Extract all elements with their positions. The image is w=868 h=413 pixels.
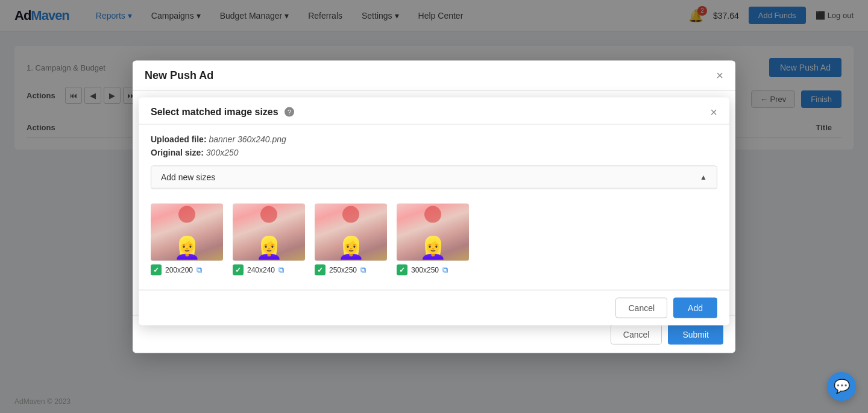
- image-meta-0: 200x200 ⧉: [151, 264, 202, 275]
- inner-modal-header: Select matched image sizes ? ×: [139, 97, 729, 124]
- thumb-photo-1: [233, 203, 305, 260]
- uploaded-file-info: Uploaded file: banner 360x240.png: [151, 134, 717, 143]
- inner-modal-add-button[interactable]: Add: [673, 297, 717, 318]
- image-thumb-0: [151, 203, 223, 260]
- image-card-1: 240x240 ⧉: [233, 203, 305, 275]
- image-thumb-1: [233, 203, 305, 260]
- image-meta-2: 250x250 ⧉: [315, 264, 366, 275]
- chat-widget-button[interactable]: 💬: [827, 372, 856, 401]
- inner-modal-close-button[interactable]: ×: [710, 106, 717, 118]
- inner-modal-body: Uploaded file: banner 360x240.png Origin…: [139, 124, 729, 289]
- inner-modal-title-row: Select matched image sizes ?: [151, 106, 294, 117]
- outer-modal-title: New Push Ad: [145, 69, 213, 81]
- help-icon[interactable]: ?: [285, 107, 294, 117]
- image-checkbox-3[interactable]: [397, 264, 407, 275]
- image-size-label-1: 240x240: [247, 265, 275, 274]
- image-card-3: 300x250 ⧉: [397, 203, 469, 275]
- thumb-photo-2: [315, 203, 387, 260]
- add-new-sizes-toggle[interactable]: Add new sizes ▲: [151, 166, 717, 188]
- inner-modal: Select matched image sizes ? × Uploaded …: [139, 97, 729, 325]
- outer-modal-cancel-button[interactable]: Cancel: [611, 324, 662, 344]
- original-size-info: Original size: 300x250: [151, 147, 717, 157]
- outer-modal-close-button[interactable]: ×: [716, 69, 723, 81]
- image-checkbox-2[interactable]: [315, 264, 326, 275]
- add-new-sizes-section: Add new sizes ▲: [151, 165, 717, 189]
- outer-modal-header: New Push Ad ×: [133, 60, 735, 90]
- external-link-icon-1[interactable]: ⧉: [278, 265, 284, 274]
- image-checkbox-0[interactable]: [151, 264, 162, 275]
- image-meta-1: 240x240 ⧉: [233, 264, 284, 275]
- inner-modal-footer: Cancel Add: [139, 289, 729, 325]
- external-link-icon-2[interactable]: ⧉: [360, 265, 366, 274]
- image-size-label-0: 200x200: [165, 265, 193, 274]
- image-grid: 200x200 ⧉ 240x240 ⧉: [151, 198, 717, 280]
- image-thumb-3: [397, 203, 469, 260]
- image-card-2: 250x250 ⧉: [315, 203, 387, 275]
- chevron-up-icon: ▲: [700, 172, 707, 181]
- image-size-label-3: 300x250: [411, 265, 439, 274]
- image-meta-3: 300x250 ⧉: [397, 264, 448, 275]
- inner-modal-title: Select matched image sizes: [151, 106, 278, 116]
- thumb-photo-0: [151, 203, 223, 260]
- thumb-photo-3: [397, 203, 469, 260]
- image-thumb-2: [315, 203, 387, 260]
- inner-modal-cancel-button[interactable]: Cancel: [615, 297, 667, 318]
- outer-modal-submit-button[interactable]: Submit: [668, 324, 723, 344]
- image-size-label-2: 250x250: [329, 265, 357, 274]
- external-link-icon-3[interactable]: ⧉: [442, 265, 448, 274]
- chat-icon: 💬: [834, 379, 850, 394]
- external-link-icon-0[interactable]: ⧉: [197, 265, 202, 274]
- image-checkbox-1[interactable]: [233, 264, 244, 275]
- image-card-0: 200x200 ⧉: [151, 203, 223, 275]
